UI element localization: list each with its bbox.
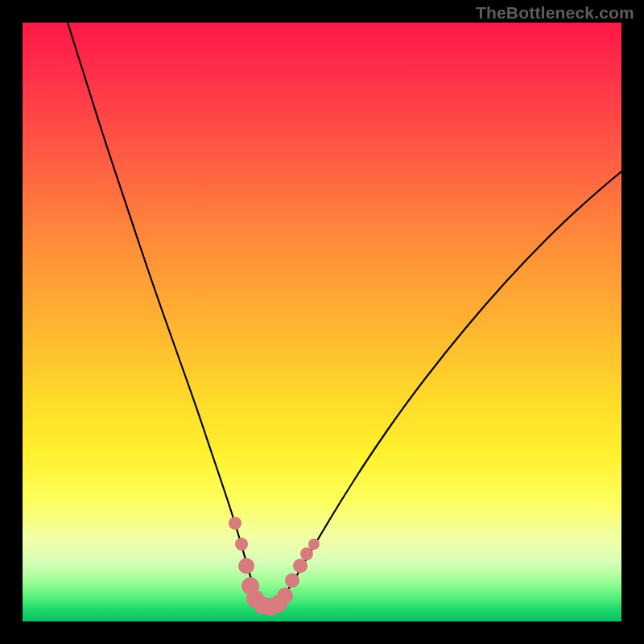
chart-plot-area (23, 23, 621, 621)
chart-svg (23, 23, 621, 621)
curve-right-arm (288, 171, 621, 589)
marker-dot (277, 588, 293, 604)
marker-dot (285, 573, 299, 588)
curve-lines-group (68, 23, 621, 592)
marker-dot (235, 538, 248, 551)
marker-dot (238, 558, 254, 574)
chart-frame: TheBottleneck.com (0, 0, 644, 644)
curve-left-arm (68, 23, 255, 592)
marker-dot (229, 517, 242, 530)
watermark-text: TheBottleneck.com (476, 3, 634, 23)
marker-dot (308, 539, 320, 550)
marker-dot (293, 559, 308, 573)
marker-dots-group (229, 517, 320, 616)
marker-dot (300, 547, 313, 560)
